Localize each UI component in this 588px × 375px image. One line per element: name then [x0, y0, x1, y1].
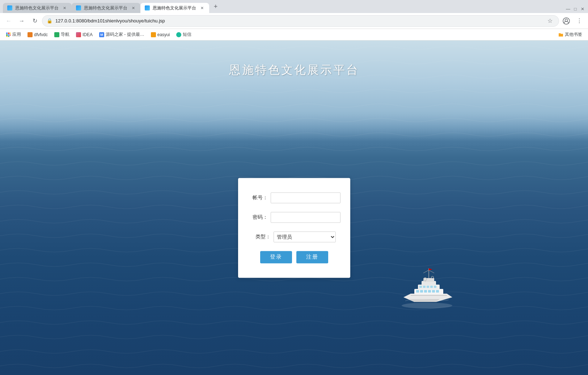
svg-rect-23 — [423, 286, 426, 288]
svg-rect-16 — [416, 290, 419, 293]
password-input[interactable] — [271, 212, 340, 223]
new-tab-button[interactable]: + — [211, 1, 221, 12]
svg-rect-17 — [420, 290, 423, 293]
bookmark-idea-label: IDEA — [83, 32, 93, 37]
title-bar-controls: — □ ✕ — [566, 7, 585, 13]
svg-rect-26 — [434, 286, 436, 288]
tab-2-favicon — [76, 5, 81, 10]
maximize-button[interactable]: □ — [573, 7, 578, 12]
menu-icon[interactable]: ⋮ — [574, 15, 585, 27]
bookmark-star-icon[interactable]: ☆ — [546, 17, 554, 25]
address-text: 127.0.0.1:8080/bdm101shienlvyou/shouye/t… — [55, 18, 543, 24]
bookmark-navigation-label: 导航 — [61, 31, 69, 38]
tab-1-close[interactable]: ✕ — [62, 5, 67, 11]
reload-button[interactable]: ↻ — [29, 15, 41, 27]
svg-point-11 — [402, 303, 452, 308]
svg-rect-9 — [8, 36, 9, 37]
login-button[interactable]: 登录 — [260, 251, 292, 263]
bookmark-other[interactable]: 其他书签 — [555, 30, 585, 39]
bookmark-idea-icon — [76, 32, 81, 37]
svg-rect-25 — [430, 286, 433, 288]
svg-rect-24 — [427, 286, 429, 288]
svg-marker-30 — [429, 268, 432, 270]
bookmark-yuanma[interactable]: M 源码之家 - 提供最… — [96, 30, 147, 39]
svg-rect-8 — [6, 36, 8, 37]
register-button[interactable]: 注册 — [296, 251, 328, 263]
folder-icon — [558, 32, 563, 37]
svg-rect-22 — [419, 286, 422, 288]
bookmark-sms-label: 短信 — [183, 31, 191, 38]
bookmark-easyui-label: easyui — [157, 32, 170, 37]
tab-2[interactable]: 恩施特色文化展示平台 ✕ — [72, 3, 140, 13]
browser-frame: 恩施特色文化展示平台 ✕ 恩施特色文化展示平台 ✕ 恩施特色文化展示平台 ✕ +… — [0, 0, 588, 375]
type-label: 类型： — [253, 234, 271, 240]
tab-2-close[interactable]: ✕ — [130, 5, 136, 11]
page-title-section: 恩施特色文化展示平台 — [0, 62, 588, 78]
svg-rect-6 — [8, 34, 9, 36]
address-bar[interactable]: 🔒 127.0.0.1:8080/bdm101shienlvyou/shouye… — [42, 15, 559, 27]
minimize-button[interactable]: — — [566, 7, 571, 12]
yacht-container — [389, 263, 465, 310]
address-right-icons: ☆ — [546, 17, 554, 25]
page-main-title: 恩施特色文化展示平台 — [0, 62, 588, 78]
svg-line-28 — [423, 270, 429, 273]
bookmark-dfvfvdc-icon — [28, 32, 33, 37]
bookmark-apps-label: 应用 — [12, 31, 21, 38]
yacht-svg — [389, 263, 465, 310]
bookmark-dfvfvdc-label: dfvfvdc — [34, 32, 48, 37]
bookmarks-bar: 应用 dfvfvdc 导航 IDEA M 源码之家 - 提供最… easyui … — [0, 29, 588, 41]
nav-right-icons: ⋮ — [560, 15, 585, 27]
type-select[interactable]: 管理员 普通用户 游客 — [274, 231, 336, 242]
svg-rect-4 — [10, 33, 10, 34]
svg-rect-20 — [432, 290, 435, 293]
back-button[interactable]: ← — [3, 15, 14, 27]
tab-3-close[interactable]: ✕ — [199, 5, 205, 11]
tab-3[interactable]: 恩施特色文化展示平台 ✕ — [140, 3, 209, 13]
account-input[interactable] — [271, 192, 340, 203]
bookmark-sms[interactable]: 短信 — [173, 30, 194, 39]
security-icon: 🔒 — [47, 18, 52, 24]
password-label: 密码： — [253, 214, 268, 221]
page-content: 恩施特色文化展示平台 帐号： 密码： 类型： 管理员 普通用户 游客 登录 — [0, 41, 588, 375]
bookmark-easyui[interactable]: easyui — [148, 31, 173, 38]
bookmark-yuanma-icon: M — [99, 32, 104, 37]
svg-rect-3 — [8, 33, 9, 34]
bookmark-other-label: 其他书签 — [565, 31, 582, 38]
bookmark-navigation-icon — [54, 32, 59, 37]
bookmark-navigation[interactable]: 导航 — [51, 30, 72, 39]
tab-3-title: 恩施特色文化展示平台 — [153, 5, 196, 11]
tab-1[interactable]: 恩施特色文化展示平台 ✕ — [3, 3, 72, 13]
svg-rect-2 — [6, 33, 8, 34]
tab-1-title: 恩施特色文化展示平台 — [15, 5, 59, 11]
form-buttons: 登录 注册 — [253, 251, 336, 263]
tab-3-favicon — [145, 5, 150, 10]
forward-button[interactable]: → — [16, 15, 28, 27]
tab-2-title: 恩施特色文化展示平台 — [84, 5, 127, 11]
svg-rect-7 — [10, 34, 10, 36]
account-icon[interactable] — [560, 15, 572, 27]
bookmark-dfvfvdc[interactable]: dfvfvdc — [25, 31, 51, 38]
type-row: 类型： 管理员 普通用户 游客 — [253, 231, 336, 242]
nav-bar: ← → ↻ 🔒 127.0.0.1:8080/bdm101shienlvyou/… — [0, 13, 588, 29]
svg-rect-21 — [436, 290, 439, 293]
tab-1-favicon — [7, 5, 12, 10]
svg-rect-19 — [428, 290, 431, 293]
bookmark-easyui-icon — [151, 32, 156, 37]
svg-rect-18 — [424, 290, 427, 293]
close-button[interactable]: ✕ — [580, 7, 585, 12]
title-bar: 恩施特色文化展示平台 ✕ 恩施特色文化展示平台 ✕ 恩施特色文化展示平台 ✕ +… — [0, 0, 588, 13]
bookmark-apps[interactable]: 应用 — [3, 30, 24, 39]
svg-rect-5 — [6, 34, 8, 36]
svg-line-29 — [429, 270, 434, 273]
apps-grid-icon — [6, 32, 11, 37]
bookmark-yuanma-label: 源码之家 - 提供最… — [106, 31, 144, 38]
login-card: 帐号： 密码： 类型： 管理员 普通用户 游客 登录 注册 — [238, 178, 350, 278]
password-row: 密码： — [253, 212, 336, 223]
bookmark-idea[interactable]: IDEA — [73, 31, 96, 38]
account-label: 帐号： — [253, 195, 268, 201]
bookmark-sms-icon — [176, 32, 181, 37]
account-row: 帐号： — [253, 192, 336, 203]
